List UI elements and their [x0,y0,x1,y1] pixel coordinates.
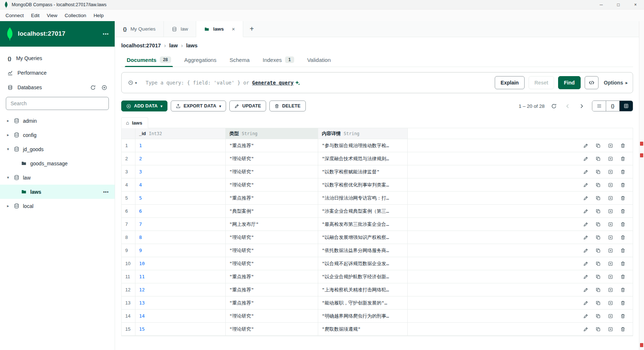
edit-document-button[interactable] [582,312,589,320]
tree-item-law[interactable]: ▾ law [0,170,115,185]
options-toggle[interactable]: Options ▸ [602,80,628,86]
cell-content[interactable]: "能动履职，守护创新发展的"… [318,296,408,309]
menu-help[interactable]: Help [90,13,107,18]
cell-id[interactable]: 5 [135,192,226,204]
delete-document-button[interactable] [619,299,627,307]
cell-id[interactable]: 9 [135,244,226,257]
clone-document-button[interactable] [607,181,615,189]
copy-document-button[interactable] [594,142,602,150]
export-data-button[interactable]: EXPORT DATA ▾ [171,101,226,111]
clone-document-button[interactable] [607,220,615,228]
tab-indexes[interactable]: Indexes 1 [257,53,299,67]
clone-document-button[interactable] [607,260,615,268]
tab-law[interactable]: law [164,21,196,37]
edit-document-button[interactable] [582,155,589,163]
cell-type[interactable]: "理论研究" [226,310,318,322]
cell-content[interactable]: "以数字检察赋能法律监督" [318,165,408,178]
cell-id[interactable]: 13 [135,296,226,309]
tab-my-queries[interactable]: {} My Queries [115,21,164,37]
edit-document-button[interactable] [582,233,589,241]
table-row[interactable]: 8 8 "理论研究" "以融合发展增强知识产权检察… [122,231,633,244]
caret-right-icon[interactable]: ▸ [6,118,10,123]
delete-document-button[interactable] [619,155,627,163]
json-view-button[interactable]: {} [606,101,619,111]
table-row[interactable]: 12 12 "重点推荐" "上海检察机关精准打击网络犯… [122,283,633,296]
cell-type[interactable]: "理论研究" [226,178,318,191]
delete-document-button[interactable] [619,273,627,281]
tab-aggregations[interactable]: Aggregations [179,53,222,67]
delete-document-button[interactable] [619,312,627,320]
collection-path-chip[interactable]: ⌂ laws [121,117,148,128]
cell-content[interactable]: "涉案企业合规典型案例（第三… [318,205,408,217]
column-header-type[interactable]: 类型 String [226,128,318,139]
clone-document-button[interactable] [607,325,615,333]
clone-document-button[interactable] [607,247,615,255]
caret-down-icon[interactable]: ▾ [6,175,10,180]
cell-type[interactable]: "理论研究" [226,257,318,270]
query-code-toggle-button[interactable] [585,76,598,89]
cell-id[interactable]: 3 [135,165,226,178]
menu-view[interactable]: View [43,13,61,18]
clone-document-button[interactable] [607,194,615,202]
next-page-button[interactable] [577,101,586,111]
tree-item-config[interactable]: ▸ config [0,128,115,142]
table-row[interactable]: 7 7 "网上发布厅" "最高检发布第三批涉案企业合… [122,218,633,231]
cell-id[interactable]: 1 [135,139,226,152]
copy-document-button[interactable] [594,233,602,241]
cell-content[interactable]: "以合规不起诉规范数据企业发… [318,257,408,270]
caret-down-icon[interactable]: ▾ [6,147,10,152]
tree-item-goods-massage[interactable]: goods_massage [0,156,115,170]
cell-type[interactable]: "典型案例" [226,205,318,217]
previous-page-button[interactable] [563,101,572,111]
query-input[interactable]: Type a query: { field: 'value' } or [146,80,249,86]
breadcrumb-database[interactable]: law [169,43,178,48]
table-row[interactable]: 6 6 "典型案例" "涉案企业合规典型案例（第三… [122,205,633,218]
table-row[interactable]: 10 10 "理论研究" "以合规不起诉规范数据企业发… [122,257,633,270]
table-row[interactable]: 3 3 "理论研究" "以数字检察赋能法律监督" [122,165,633,178]
cell-id[interactable]: 12 [135,283,226,296]
find-button[interactable]: Find [558,76,581,89]
window-scrollbar[interactable] [639,21,644,350]
copy-document-button[interactable] [594,260,602,268]
explain-button[interactable]: Explain [495,76,525,89]
clone-document-button[interactable] [607,155,615,163]
table-row[interactable]: 2 2 "理论研究" "深度融合技术规范与法律规则… [122,152,633,165]
clone-document-button[interactable] [607,273,615,281]
column-header-id[interactable]: _id Int32 [135,128,226,139]
copy-document-button[interactable] [594,220,602,228]
delete-document-button[interactable] [619,207,627,215]
cell-id[interactable]: 11 [135,270,226,283]
cell-id[interactable]: 7 [135,218,226,231]
edit-document-button[interactable] [582,168,589,176]
delete-document-button[interactable] [619,194,627,202]
copy-document-button[interactable] [594,194,602,202]
caret-right-icon[interactable]: ▸ [6,133,10,137]
copy-document-button[interactable] [594,286,602,294]
delete-document-button[interactable] [619,286,627,294]
copy-document-button[interactable] [594,299,602,307]
list-view-button[interactable] [592,101,606,111]
breadcrumb-connection[interactable]: localhost:27017 [121,43,161,48]
connection-menu-button[interactable]: ••• [103,31,109,37]
cell-type[interactable]: "理论研究" [226,231,318,244]
cell-id[interactable]: 8 [135,231,226,244]
table-row[interactable]: 15 15 "理论研究" "爬取数据须遵规" [122,323,633,336]
edit-document-button[interactable] [582,325,589,333]
column-header-content[interactable]: 内容详情 String [318,128,408,139]
cell-id[interactable]: 6 [135,205,226,217]
close-tab-icon[interactable]: × [232,26,235,32]
table-row[interactable]: 5 5 "重点推荐" "法治日报法治网专访宫鸣：打… [122,192,633,205]
copy-document-button[interactable] [594,168,602,176]
table-row[interactable]: 9 9 "理论研究" "依托数据法益界分网络服务商… [122,244,633,257]
table-row[interactable]: 13 13 "重点推荐" "能动履职，守护创新发展的"… [122,296,633,310]
tree-item-jd-goods[interactable]: ▾ jd_goods [0,142,115,156]
collection-menu-icon[interactable]: ••• [103,189,109,194]
delete-document-button[interactable] [619,233,627,241]
edit-document-button[interactable] [582,181,589,189]
tree-item-laws[interactable]: laws ••• [0,185,115,199]
delete-document-button[interactable] [619,220,627,228]
cell-type[interactable]: "重点推荐" [226,296,318,309]
menu-collection[interactable]: Collection [61,13,90,18]
table-view-button[interactable] [619,101,633,111]
copy-document-button[interactable] [594,273,602,281]
